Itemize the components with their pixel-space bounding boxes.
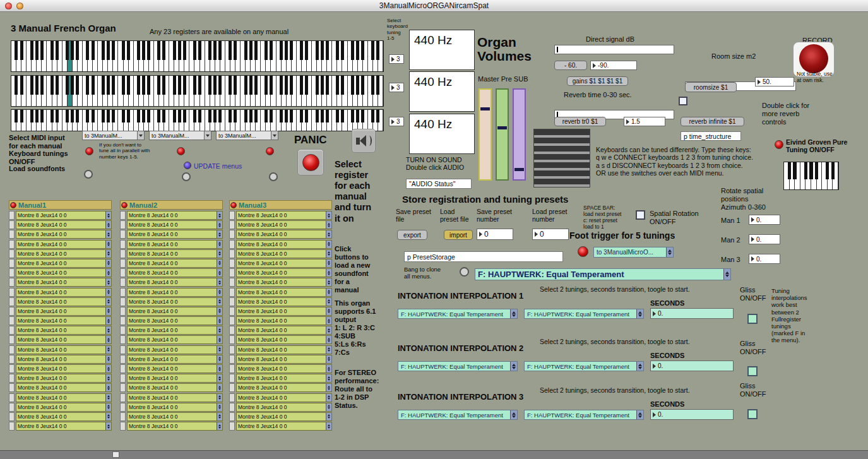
black-key[interactable] [112,110,115,122]
speaker-button[interactable] [352,129,376,153]
black-key[interactable] [234,76,237,95]
black-key[interactable] [15,76,18,95]
stepper-icon[interactable] [105,221,111,229]
register-mini-toggle[interactable] [229,230,235,239]
black-key[interactable] [305,76,308,95]
register-menu[interactable]: Montre 8 Jeux14 0 0 [236,335,332,344]
black-key[interactable] [326,41,329,60]
register-menu[interactable]: Montre 8 Jeux14 0 0 [127,288,223,297]
scrollbar-thumb[interactable] [112,451,119,458]
manual-led[interactable] [121,202,128,208]
stepper-icon[interactable] [510,362,517,371]
stepper-icon[interactable] [105,298,111,306]
black-key[interactable] [815,162,818,179]
black-key[interactable] [193,110,196,122]
register-menu[interactable]: Montre 8 Jeux14 0 0 [127,240,223,249]
stepper-icon[interactable] [723,269,730,280]
register-menu[interactable]: Montre 8 Jeux14 0 0 [236,268,332,277]
stepper-icon[interactable] [105,374,111,382]
stepper-icon[interactable] [636,410,643,419]
register-menu[interactable]: Montre 8 Jeux14 0 0 [16,412,112,421]
stepper-icon[interactable] [217,289,222,296]
register-menu[interactable]: Montre 8 Jeux14 0 0 [236,278,332,287]
black-key[interactable] [51,76,54,95]
black-key[interactable] [137,76,140,95]
black-key[interactable] [804,162,807,179]
black-key[interactable] [341,76,344,95]
black-key[interactable] [831,162,835,179]
black-key[interactable] [788,162,791,179]
register-menu[interactable]: Montre 8 Jeux14 0 0 [127,278,223,287]
stepper-icon[interactable] [217,422,222,430]
black-key[interactable] [280,110,283,122]
black-key[interactable] [265,41,268,60]
black-key[interactable] [361,110,364,122]
soundfont-bang-3[interactable] [269,172,278,181]
register-mini-toggle[interactable] [229,364,235,373]
close-icon[interactable] [5,3,12,9]
reverb-infinite-button[interactable]: reverb infinite $1 [681,117,744,126]
register-mini-toggle[interactable] [229,345,235,354]
stepper-icon[interactable] [636,309,643,318]
panic-button[interactable] [297,149,324,176]
stepper-icon[interactable] [105,346,111,354]
black-key[interactable] [92,41,95,60]
register-menu[interactable]: Montre 8 Jeux14 0 0 [127,412,223,421]
register-mini-toggle[interactable] [229,288,235,297]
black-key[interactable] [229,41,232,60]
black-key[interactable] [208,110,211,122]
register-menu[interactable]: Montre 8 Jeux14 0 0 [127,393,223,402]
black-key[interactable] [321,41,324,60]
black-key[interactable] [218,76,222,95]
stepper-icon[interactable] [217,384,222,391]
stepper-icon[interactable] [326,394,331,402]
black-key[interactable] [270,41,273,60]
register-menu[interactable]: Montre 8 Jeux14 0 0 [127,230,223,239]
spatial-rotation-checkbox[interactable] [636,210,645,220]
volume-slider-sub[interactable] [513,88,526,181]
black-key[interactable] [30,41,33,60]
stepper-icon[interactable] [105,230,111,238]
black-key[interactable] [285,41,288,60]
stepper-icon[interactable] [326,326,331,334]
register-menu[interactable]: Montre 8 Jeux14 0 0 [16,288,112,297]
register-mini-toggle[interactable] [229,403,235,412]
black-key[interactable] [341,110,344,122]
register-menu[interactable]: Montre 8 Jeux14 0 0 [127,316,223,325]
black-key[interactable] [157,110,160,122]
black-key[interactable] [66,41,69,60]
black-key[interactable] [147,110,150,122]
black-key[interactable] [229,76,232,95]
black-key[interactable] [20,41,23,60]
black-key[interactable] [265,110,268,122]
register-menu[interactable]: Montre 8 Jeux14 0 0 [236,288,332,297]
stepper-icon[interactable] [105,241,111,248]
black-key[interactable] [173,76,176,95]
black-key[interactable] [112,41,115,60]
register-menu[interactable]: Montre 8 Jeux14 0 0 [16,211,112,220]
register-mini-toggle[interactable] [120,268,126,277]
register-mini-toggle[interactable] [9,307,15,316]
black-key[interactable] [270,76,273,95]
black-key[interactable] [254,76,258,95]
register-menu[interactable]: Montre 8 Jeux14 0 0 [16,268,112,277]
update-menus-bang[interactable] [184,162,191,169]
manual-led[interactable] [10,202,16,208]
black-key[interactable] [336,41,339,60]
stepper-icon[interactable] [105,413,111,420]
stepper-icon[interactable] [105,278,111,286]
register-menu[interactable]: Montre 8 Jeux14 0 0 [236,230,332,239]
black-key[interactable] [122,76,125,95]
direct-signal-slider[interactable] [554,45,674,54]
audio-status-button[interactable]: "AUDIO Status" [406,179,472,189]
keyboard-2[interactable] [11,75,384,107]
register-mini-toggle[interactable] [9,326,15,335]
black-key[interactable] [102,76,105,95]
keyboard-1[interactable] [11,40,384,72]
stepper-icon[interactable] [326,221,331,229]
stepper-icon[interactable] [326,422,331,430]
black-key[interactable] [218,110,222,122]
register-menu[interactable]: Montre 8 Jeux14 0 0 [236,355,332,364]
register-menu[interactable]: Montre 8 Jeux14 0 0 [127,335,223,344]
register-mini-toggle[interactable] [9,278,15,287]
